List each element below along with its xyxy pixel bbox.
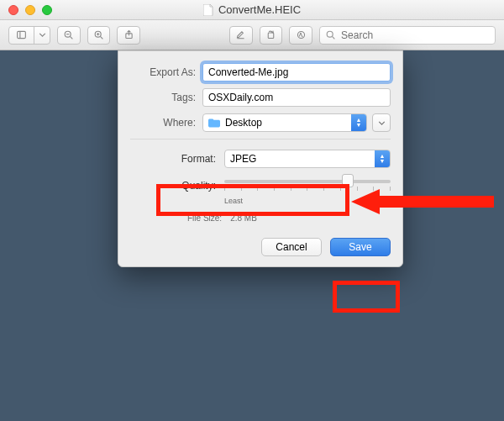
svg-line-6 [100, 36, 102, 39]
search-icon [325, 29, 336, 40]
zoom-in-button[interactable] [87, 26, 111, 45]
window-title: ConvertMe.HEIC [218, 3, 301, 16]
expand-button[interactable] [372, 113, 391, 132]
svg-line-15 [332, 36, 334, 39]
quality-slider[interactable] [224, 175, 391, 197]
share-button[interactable] [117, 26, 140, 45]
search-field[interactable] [319, 26, 496, 45]
traffic-lights [8, 5, 52, 15]
zoom-window-button[interactable] [42, 5, 52, 15]
format-popup[interactable]: JPEG ▲▼ [224, 150, 391, 168]
sidebar-toggle-icon[interactable] [9, 27, 34, 44]
svg-line-3 [71, 36, 73, 39]
separator [130, 139, 391, 139]
quality-label: Quality: [172, 180, 216, 192]
rotate-button[interactable] [260, 26, 283, 45]
where-label: Where: [130, 117, 202, 129]
cancel-button[interactable]: Cancel [261, 238, 322, 256]
tags-label: Tags: [130, 92, 202, 103]
document-icon [203, 4, 213, 16]
annotation-highlight-save [333, 281, 400, 313]
where-popup[interactable]: Desktop ▲▼ [202, 113, 367, 132]
toolbar [0, 20, 504, 50]
highlight-button[interactable] [229, 26, 253, 45]
file-size-label: File Size: [187, 213, 222, 223]
svg-rect-0 [18, 31, 26, 38]
save-button[interactable]: Save [330, 238, 391, 256]
view-segmented-control[interactable] [8, 26, 50, 45]
markup-button[interactable] [289, 26, 312, 45]
updown-arrows-icon: ▲▼ [375, 150, 390, 167]
format-value: JPEG [230, 153, 375, 165]
folder-icon [208, 118, 220, 128]
format-label: Format: [172, 153, 216, 165]
zoom-out-button[interactable] [57, 26, 81, 45]
close-window-button[interactable] [8, 5, 18, 15]
tags-field[interactable] [202, 88, 391, 107]
quality-best-label: Best [374, 197, 389, 205]
export-sheet: Export As: Tags: Where: Desktop ▲▼ [118, 50, 403, 267]
export-as-field[interactable] [202, 63, 391, 82]
minimize-window-button[interactable] [25, 5, 35, 15]
file-size-value: 2.8 MB [230, 213, 257, 223]
app-window: ConvertMe.HEIC [0, 0, 504, 421]
where-value: Desktop [225, 117, 351, 129]
updown-arrows-icon: ▲▼ [351, 114, 366, 131]
export-as-label: Export As: [130, 66, 202, 78]
search-input[interactable] [341, 29, 490, 41]
quality-least-label: Least [224, 197, 243, 205]
svg-point-14 [327, 31, 333, 37]
dropdown-chevron-icon[interactable] [34, 27, 50, 44]
titlebar: ConvertMe.HEIC [0, 0, 504, 20]
svg-rect-12 [268, 33, 274, 39]
slider-thumb[interactable] [342, 174, 354, 187]
